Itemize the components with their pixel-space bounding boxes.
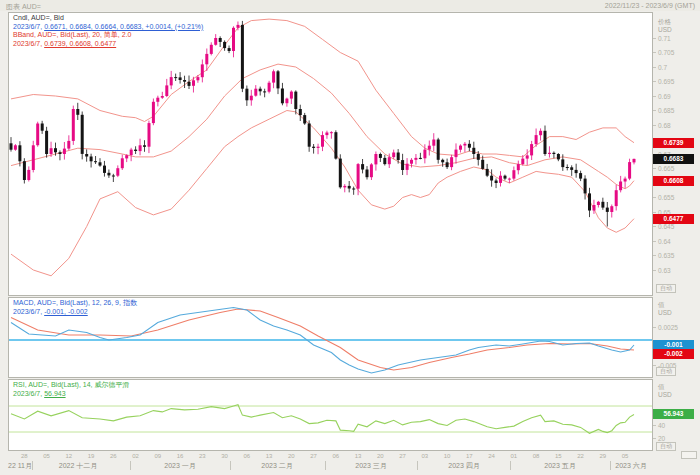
price-tick-mark <box>653 52 656 53</box>
macd-tick-mark <box>653 365 656 366</box>
legend-ohlc-values[interactable]: 2023/6/7, 0.6671, 0.6684, 0.6664, 0.6683… <box>13 23 203 32</box>
time-tick-day: 13 <box>352 453 364 459</box>
price-badge: 0.6739 <box>653 138 694 148</box>
date-range-label: 2022/11/23 - 2023/6/9 (GMT) <box>605 2 695 9</box>
legend-rsi-series[interactable]: RSI, AUD=, Bid(Last), 14, 威尔德平滑 <box>13 381 130 390</box>
rsi-tick-label: 20 <box>658 435 665 442</box>
price-tick-label: 0.695 <box>658 78 674 85</box>
price-axis-unit: USD <box>658 26 672 33</box>
rsi-axis-auto-button[interactable]: 自动 <box>656 442 676 451</box>
legend-macd-numbers[interactable]: -0.001, -0.002 <box>44 308 88 315</box>
time-tick-day: 16 <box>174 453 186 459</box>
legend-macd-date: 2023/6/7, <box>13 308 42 315</box>
macd-axis-title: 值 <box>658 301 665 308</box>
time-axis-month: 2023 三月 <box>335 461 407 471</box>
legend-bband-date: 2023/6/7, <box>13 40 42 47</box>
title-bar: 图表 AUD= 2022/11/23 - 2023/6/9 (GMT) <box>0 0 700 11</box>
macd-legend: MACD, AUD=, Bid(Last), 12, 26, 9, 指数 202… <box>13 299 137 316</box>
price-badge: 0.6608 <box>653 176 694 186</box>
time-tick-day: 06 <box>330 453 342 459</box>
time-tick-day: 05 <box>41 453 53 459</box>
macd-tick-mark <box>653 327 656 328</box>
price-tick-mark <box>653 110 656 111</box>
time-tick-day: 20 <box>374 453 386 459</box>
price-tick-label: 0.645 <box>658 223 674 230</box>
macd-badge: -0.002 <box>653 349 694 359</box>
time-tick-day: 29 <box>597 453 609 459</box>
price-tick-mark <box>653 38 656 39</box>
rsi-legend: RSI, AUD=, Bid(Last), 14, 威尔德平滑 2023/6/7… <box>13 381 130 398</box>
price-tick-label: 0.705 <box>658 49 674 56</box>
time-axis-month: 2023 五月 <box>524 461 596 471</box>
price-tick-mark <box>653 81 656 82</box>
price-tick-label: 0.63 <box>658 267 671 274</box>
price-badge: 0.6477 <box>653 214 694 224</box>
rsi-tick-mark <box>653 425 656 426</box>
time-tick-day: 02 <box>130 453 142 459</box>
legend-candle-series[interactable]: Cndl, AUD=, Bid <box>13 14 203 23</box>
price-tick-mark <box>653 241 656 242</box>
time-tick-day: 24 <box>486 453 498 459</box>
price-axis-auto-button[interactable]: 自动 <box>656 284 676 293</box>
price-badge: 0.6683 <box>653 154 694 164</box>
price-tick-label: 0.655 <box>658 194 674 201</box>
time-tick-day: 30 <box>219 453 231 459</box>
time-axis-separator <box>510 461 511 470</box>
time-tick-day: 27 <box>308 453 320 459</box>
time-axis-separator <box>417 461 418 470</box>
time-tick-day: 28 <box>18 453 30 459</box>
legend-ohlc-date: 2023/6/7, <box>13 23 42 30</box>
time-tick-day: 12 <box>63 453 75 459</box>
legend-ohlc-numbers[interactable]: 0.6671, 0.6684, 0.6664, 0.6683, +0.0014,… <box>44 23 203 30</box>
price-tick-mark <box>653 96 656 97</box>
rsi-axis-title: 值 <box>658 383 665 390</box>
time-axis-month: 2023 二月 <box>241 461 313 471</box>
legend-macd-values[interactable]: 2023/6/7, -0.001, -0.002 <box>13 308 137 317</box>
price-tick-label: 0.685 <box>658 107 674 114</box>
price-panel[interactable] <box>8 12 653 296</box>
macd-tick-label: 0.0025 <box>658 324 678 331</box>
legend-rsi-numbers[interactable]: 56.943 <box>44 390 65 397</box>
time-axis-separator <box>130 461 131 470</box>
price-tick-mark <box>653 255 656 256</box>
legend-bband-numbers[interactable]: 0.6739, 0.6608, 0.6477 <box>44 40 116 47</box>
macd-axis-auto-button[interactable]: 自动 <box>656 367 676 376</box>
legend-bband-values[interactable]: 2023/6/7, 0.6739, 0.6608, 0.6477 <box>13 40 203 49</box>
rsi-tick-mark <box>653 438 656 439</box>
price-tick-mark <box>653 67 656 68</box>
time-axis-separator <box>230 461 231 470</box>
time-tick-day: 05 <box>619 453 631 459</box>
time-tick-day: 19 <box>85 453 97 459</box>
time-tick-day: 03 <box>419 453 431 459</box>
time-tick-day: 13 <box>263 453 275 459</box>
legend-bband-series[interactable]: BBand, AUD=, Bid(Last), 20, 简单, 2.0 <box>13 31 203 40</box>
price-tick-label: 0.665 <box>658 165 674 172</box>
legend-rsi-values[interactable]: 2023/6/7, 56.943 <box>13 390 130 399</box>
rsi-tick-label: 40 <box>658 422 665 429</box>
price-tick-label: 0.635 <box>658 252 674 259</box>
price-tick-label: 0.64 <box>658 238 671 245</box>
price-tick-label: 0.69 <box>658 93 671 100</box>
price-tick-mark <box>653 125 656 126</box>
time-tick-day: 15 <box>552 453 564 459</box>
time-axis-button[interactable] <box>681 451 697 459</box>
legend-macd-series[interactable]: MACD, AUD=, Bid(Last), 12, 26, 9, 指数 <box>13 299 137 308</box>
price-axis-title: 价格 <box>658 18 671 25</box>
time-tick-day: 22 <box>575 453 587 459</box>
time-tick-day: 09 <box>152 453 164 459</box>
price-tick-label: 0.71 <box>658 35 671 42</box>
time-tick-day: 17 <box>463 453 475 459</box>
window-title: 图表 AUD= <box>6 2 41 12</box>
time-tick-day: 10 <box>441 453 453 459</box>
time-tick-day: 08 <box>530 453 542 459</box>
time-tick-day: 20 <box>285 453 297 459</box>
price-tick-mark <box>653 197 656 198</box>
legend-rsi-date: 2023/6/7, <box>13 390 42 397</box>
macd-axis-unit: USD <box>658 309 672 316</box>
time-axis-separator <box>32 461 33 470</box>
time-axis-separator <box>610 461 611 470</box>
time-tick-day: 23 <box>196 453 208 459</box>
price-tick-mark <box>653 226 656 227</box>
time-axis-month: 2023 四月 <box>428 461 500 471</box>
time-axis-month: 2022 十二月 <box>42 461 114 471</box>
